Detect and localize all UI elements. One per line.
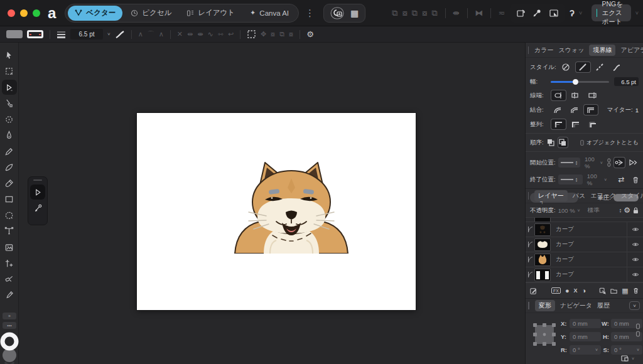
move-point-icon[interactable] — [532, 8, 543, 18]
end-arrowhead-button[interactable] — [627, 158, 639, 168]
snap-node-icon[interactable]: ⇹ — [187, 30, 193, 38]
end-percent-value[interactable]: 100 % — [587, 173, 602, 186]
snap-align-icon[interactable]: ⇼ — [197, 30, 203, 38]
s-field[interactable]: 0 °˅ — [611, 345, 642, 355]
live-filter-icon[interactable]: ◑ — [582, 287, 586, 294]
boolean-combine-icon[interactable]: ⧉ — [431, 8, 437, 18]
style-dashed-button[interactable] — [593, 62, 607, 72]
blend-mode-value[interactable]: 標準 — [588, 206, 600, 215]
stroke-color-swatch[interactable] — [27, 30, 43, 38]
expand-tools-button[interactable]: » — [3, 313, 16, 319]
place-image-tool[interactable] — [2, 240, 17, 255]
delete-arrowheads-icon[interactable] — [632, 176, 639, 184]
cap-round-button[interactable] — [568, 90, 583, 100]
marquee-select-icon[interactable] — [247, 29, 256, 39]
tab-styles[interactable]: スタイル — [621, 191, 643, 200]
style-brush-button[interactable] — [610, 62, 624, 72]
revert-icon[interactable]: ↩ — [228, 30, 234, 38]
translate-toggle-icon[interactable] — [330, 7, 344, 19]
tab-paths[interactable]: パス — [573, 191, 585, 200]
panel-drag-handle[interactable] — [528, 46, 529, 54]
settings-gear-icon[interactable]: ⚙ — [306, 29, 314, 39]
freehand-select-tool[interactable] — [2, 112, 17, 127]
stroke-width-slider[interactable] — [551, 81, 608, 83]
r-field[interactable]: 0 °˅ — [570, 345, 601, 355]
selection-tool-selected[interactable] — [2, 80, 17, 95]
slider-knob[interactable] — [573, 79, 578, 85]
sharp-corner-icon[interactable]: ∧ — [138, 30, 143, 38]
lock-layer-icon[interactable] — [633, 207, 639, 214]
style-none-button[interactable] — [559, 62, 573, 72]
tab-effects[interactable]: エフェク — [590, 191, 616, 200]
layer-visibility-toggle[interactable] — [627, 237, 643, 252]
order-front-button[interactable] — [558, 137, 568, 147]
layer-row-muzzle[interactable]: カーブ — [526, 237, 643, 252]
align-outside-button[interactable] — [585, 119, 600, 129]
text-tool[interactable] — [2, 224, 17, 239]
link-positions-icon[interactable] — [607, 157, 612, 168]
panel-drag-handle[interactable] — [528, 192, 529, 200]
more-tools-button[interactable]: ••• — [3, 322, 16, 329]
cap-square-button[interactable] — [585, 90, 600, 100]
move-tool[interactable] — [2, 48, 17, 63]
miter-value[interactable]: 1 — [635, 107, 639, 114]
layer-name[interactable]: カーブ — [556, 270, 627, 279]
shear-mode-caret[interactable]: ˅ — [632, 356, 634, 361]
link-wh-icon[interactable] — [635, 323, 640, 337]
end-percent-caret[interactable]: ˅ — [604, 178, 607, 182]
x-field[interactable]: 0 mm — [570, 319, 601, 328]
persona-layout[interactable]: レイアウト — [180, 6, 242, 21]
fill-stroke-color-selector[interactable] — [0, 331, 19, 364]
tab-appearance[interactable]: アピアラ — [620, 46, 643, 55]
tab-history[interactable]: 履歴 — [597, 301, 610, 310]
smooth-corner-icon[interactable]: ∧ — [159, 30, 164, 38]
cap-butt-button[interactable] — [551, 90, 566, 100]
layer-row-headshape[interactable]: カーブ — [526, 252, 643, 267]
boolean-intersect-icon[interactable]: ⧉ — [412, 8, 418, 18]
rotate-object-icon[interactable] — [516, 8, 526, 18]
pen-tool[interactable] — [2, 128, 17, 143]
style-solid-button[interactable] — [576, 62, 590, 72]
order-behind-button[interactable] — [546, 137, 556, 147]
zoom-window-button[interactable] — [33, 9, 40, 17]
y-field[interactable]: 0 mm — [570, 332, 601, 341]
boolean-subtract-icon[interactable]: ⧇ — [403, 8, 408, 18]
shear-mode-icon[interactable] — [620, 355, 629, 362]
persona-pixel[interactable]: ピクセル — [124, 6, 178, 21]
mask-icon[interactable]: ● — [565, 287, 570, 294]
artboard-canvas[interactable] — [137, 113, 416, 310]
layer-name[interactable]: カーブ — [556, 225, 627, 233]
export-caret[interactable]: ˅ — [635, 10, 639, 16]
hide-selection-icon[interactable]: ⧇ — [271, 30, 275, 38]
tab-navigator[interactable]: ナビゲータ — [560, 301, 592, 310]
panel-collapse-chevron[interactable]: ˅ — [629, 301, 640, 310]
panel-drag-handle[interactable] — [528, 302, 529, 309]
layer-visibility-toggle[interactable] — [627, 252, 643, 267]
rounded-corner-icon[interactable]: ⌒ — [148, 29, 154, 39]
flyout-selection-tool[interactable] — [30, 185, 45, 200]
boolean-add-icon[interactable]: ⧉ — [392, 8, 397, 18]
tab-stroke[interactable]: 境界線 — [589, 45, 615, 56]
start-percent-caret[interactable]: ˅ — [600, 161, 603, 165]
minimize-window-button[interactable] — [20, 9, 28, 17]
add-layer-icon[interactable] — [599, 287, 606, 295]
edit-layer-icon[interactable] — [530, 287, 537, 295]
hook-tool-caret[interactable]: ˅ — [579, 10, 582, 16]
align-inside-button[interactable] — [568, 119, 583, 129]
delete-layer-icon[interactable] — [633, 287, 639, 294]
layer-settings-gear-icon[interactable]: ⚙ — [624, 206, 630, 215]
stroke-width-caret[interactable]: ˅ — [107, 31, 111, 37]
join-round-button[interactable] — [551, 105, 565, 115]
flip-icon[interactable]: ⧓ — [475, 8, 483, 18]
persona-canva-ai[interactable]: ✦ Canva AI — [243, 6, 296, 21]
persona-vector[interactable]: ベクター — [68, 6, 122, 21]
join-bevel-button[interactable] — [568, 105, 581, 115]
paint-brush-tool[interactable] — [2, 176, 17, 191]
alignment-icon[interactable]: ≂ — [499, 8, 505, 18]
break-curve-icon[interactable]: ✕ — [177, 30, 183, 38]
group-folder-icon[interactable] — [610, 287, 617, 294]
start-arrowhead-dropdown[interactable]: ▴▾ — [558, 158, 580, 168]
end-arrowhead-dropdown[interactable]: ▴▾ — [558, 174, 583, 185]
export-png-button[interactable]: PNGをエクスポート — [592, 4, 631, 21]
style-picker-tool[interactable] — [2, 272, 17, 287]
